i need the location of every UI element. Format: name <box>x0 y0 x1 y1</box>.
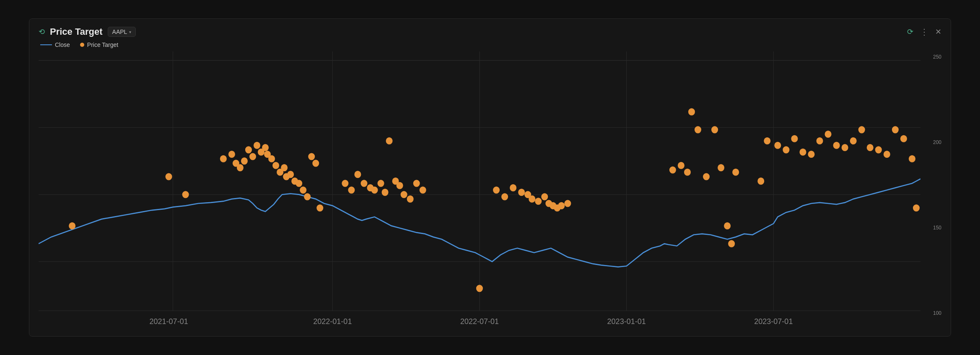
widget-header: ⟲ Price Target AAPL ▾ ⟳ ⋮ ✕ <box>39 26 941 37</box>
pt-dot <box>703 173 710 180</box>
pt-dot <box>900 135 907 142</box>
pt-dot <box>757 178 764 185</box>
pt-dot <box>909 155 915 162</box>
pt-dot <box>287 171 294 178</box>
pt-dot <box>867 144 874 151</box>
pt-dot <box>296 180 302 187</box>
pt-dot <box>308 153 315 160</box>
price-target-label: Price Target <box>87 41 118 48</box>
x-label-5: 2023-07-01 <box>754 317 793 326</box>
pt-dot <box>541 193 548 200</box>
pt-dot <box>711 126 718 133</box>
pt-dot <box>407 196 414 203</box>
y-axis: 250 200 150 100 <box>920 51 941 329</box>
price-target-dot-indicator <box>80 43 84 47</box>
pt-dot <box>875 146 882 153</box>
pt-dot <box>182 191 189 198</box>
pt-dot <box>728 240 735 247</box>
header-right: ⟳ ⋮ ✕ <box>907 27 941 37</box>
y-label-150: 150 <box>923 225 941 231</box>
chart-container: 2021-07-01 2022-01-01 2022-07-01 2023-01… <box>39 51 941 329</box>
pt-dot <box>220 155 227 162</box>
close-label: Close <box>55 41 70 48</box>
pt-dot <box>237 164 244 171</box>
pt-dot <box>245 146 252 153</box>
pt-dot <box>304 193 311 200</box>
x-label-4: 2023-01-01 <box>607 317 646 326</box>
pt-dot <box>850 137 857 144</box>
pt-dot <box>272 162 279 169</box>
pt-dot <box>312 159 319 167</box>
pt-dot <box>501 193 508 200</box>
more-options-icon[interactable]: ⋮ <box>920 27 928 37</box>
x-label-2: 2022-01-01 <box>313 317 352 326</box>
pt-dot <box>476 285 483 292</box>
pt-dot <box>268 155 275 162</box>
close-line-indicator <box>40 44 52 45</box>
pt-dot <box>558 202 565 209</box>
ticker-label: AAPL <box>112 28 127 35</box>
pt-dot <box>316 204 323 211</box>
pt-dot <box>420 186 426 193</box>
pt-dot <box>228 151 235 158</box>
pt-dot <box>695 126 701 133</box>
widget-title: Price Target <box>50 26 103 37</box>
pt-dot <box>732 169 739 176</box>
price-target-widget: ⟲ Price Target AAPL ▾ ⟳ ⋮ ✕ Close Price … <box>29 18 951 337</box>
pt-dot <box>397 182 403 189</box>
pt-dot <box>892 126 899 133</box>
pt-dot <box>249 153 256 160</box>
link-icon: ⟲ <box>39 27 45 36</box>
pt-dot <box>378 180 384 187</box>
pt-dot <box>281 164 288 171</box>
chart-legend: Close Price Target <box>40 41 941 48</box>
y-label-100: 100 <box>923 310 941 316</box>
pt-dot <box>262 144 269 151</box>
ticker-selector[interactable]: AAPL ▾ <box>108 27 136 37</box>
refresh-icon[interactable]: ⟳ <box>907 27 913 36</box>
pt-dot <box>342 180 348 187</box>
pt-dot <box>529 196 535 203</box>
pt-dot <box>493 186 500 193</box>
pt-dot <box>241 157 248 165</box>
pt-dot <box>684 169 691 176</box>
pt-dot <box>783 146 789 153</box>
pt-dot <box>825 131 832 138</box>
pt-dot <box>564 200 571 207</box>
pt-dot <box>724 222 731 229</box>
pt-dot <box>808 151 814 158</box>
pt-dot <box>884 151 890 158</box>
pt-dot <box>360 180 367 187</box>
pt-dot <box>791 135 798 142</box>
close-icon[interactable]: ✕ <box>935 27 941 36</box>
pt-dot <box>842 144 848 151</box>
pt-dot <box>382 189 389 196</box>
x-label-1: 2021-07-01 <box>149 317 188 326</box>
header-left: ⟲ Price Target AAPL ▾ <box>39 26 136 37</box>
y-label-250: 250 <box>923 54 941 60</box>
pt-dot <box>254 142 260 149</box>
chart-area: 2021-07-01 2022-01-01 2022-07-01 2023-01… <box>39 51 920 329</box>
pt-dot <box>401 191 407 198</box>
pt-dot <box>817 137 823 144</box>
pt-dot <box>518 189 525 196</box>
pt-dot <box>354 171 361 178</box>
legend-price-target: Price Target <box>80 41 118 48</box>
pt-dot <box>774 142 781 149</box>
x-label-3: 2022-07-01 <box>460 317 499 326</box>
pt-dot <box>166 173 172 180</box>
pt-dot <box>913 204 920 211</box>
pt-dot <box>799 149 806 156</box>
y-label-200: 200 <box>923 139 941 145</box>
pt-dot <box>348 186 355 193</box>
legend-close: Close <box>40 41 70 48</box>
pt-dot <box>833 142 840 149</box>
pt-dot <box>535 198 542 205</box>
pt-dot <box>678 162 684 169</box>
pt-dot <box>764 137 770 144</box>
pt-dot <box>669 166 676 173</box>
pt-dot <box>69 222 75 229</box>
chevron-down-icon: ▾ <box>129 30 131 34</box>
pt-dot <box>718 164 724 171</box>
chart-svg: 2021-07-01 2022-01-01 2022-07-01 2023-01… <box>39 51 920 329</box>
